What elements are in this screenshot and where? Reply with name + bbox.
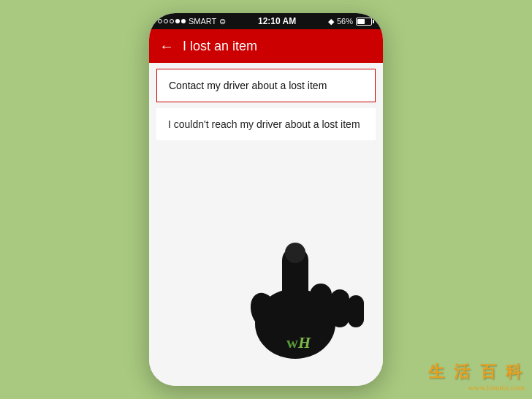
menu-item-contact-driver[interactable]: Contact my driver about a lost item bbox=[156, 69, 376, 102]
status-left: SMART ⊜ bbox=[158, 17, 226, 26]
svg-point-6 bbox=[246, 289, 284, 333]
svg-point-7 bbox=[285, 243, 305, 263]
wifi-icon: ⊜ bbox=[219, 17, 226, 26]
page-title: I lost an item bbox=[183, 39, 257, 54]
signal-dots bbox=[158, 19, 186, 23]
svg-rect-4 bbox=[330, 289, 349, 327]
signal-dot-4 bbox=[175, 19, 180, 23]
signal-dot-3 bbox=[170, 19, 174, 23]
carrier-label: SMART bbox=[189, 17, 216, 26]
signal-dot-1 bbox=[158, 19, 162, 23]
phone-wrapper: SMART ⊜ 12:10 AM ◆ 56% ← I lost an item … bbox=[149, 13, 383, 386]
svg-rect-3 bbox=[310, 284, 332, 327]
content-area: Contact my driver about a lost item I co… bbox=[149, 63, 383, 386]
menu-item-contact-driver-text: Contact my driver about a lost item bbox=[169, 80, 327, 91]
menu-item-couldnt-reach-text: I couldn't reach my driver about a lost … bbox=[168, 118, 360, 130]
battery-icon bbox=[356, 18, 374, 26]
status-center: 12:10 AM bbox=[258, 16, 296, 26]
svg-point-0 bbox=[255, 289, 335, 359]
header-bar: ← I lost an item bbox=[149, 29, 383, 63]
menu-item-couldnt-reach[interactable]: I couldn't reach my driver about a lost … bbox=[156, 108, 376, 140]
back-button[interactable]: ← bbox=[159, 38, 174, 55]
status-bar: SMART ⊜ 12:10 AM ◆ 56% bbox=[149, 13, 383, 29]
status-right: ◆ 56% bbox=[328, 17, 374, 26]
svg-point-1 bbox=[259, 289, 332, 354]
svg-rect-2 bbox=[282, 247, 308, 316]
location-icon: ◆ bbox=[328, 17, 334, 26]
signal-dot-5 bbox=[181, 19, 186, 23]
time-display: 12:10 AM bbox=[258, 16, 296, 26]
svg-text:wH: wH bbox=[286, 333, 311, 352]
battery-percent: 56% bbox=[337, 17, 353, 26]
signal-dot-2 bbox=[164, 19, 168, 23]
hand-cursor-overlay: wH bbox=[222, 203, 368, 364]
svg-rect-5 bbox=[348, 295, 364, 327]
